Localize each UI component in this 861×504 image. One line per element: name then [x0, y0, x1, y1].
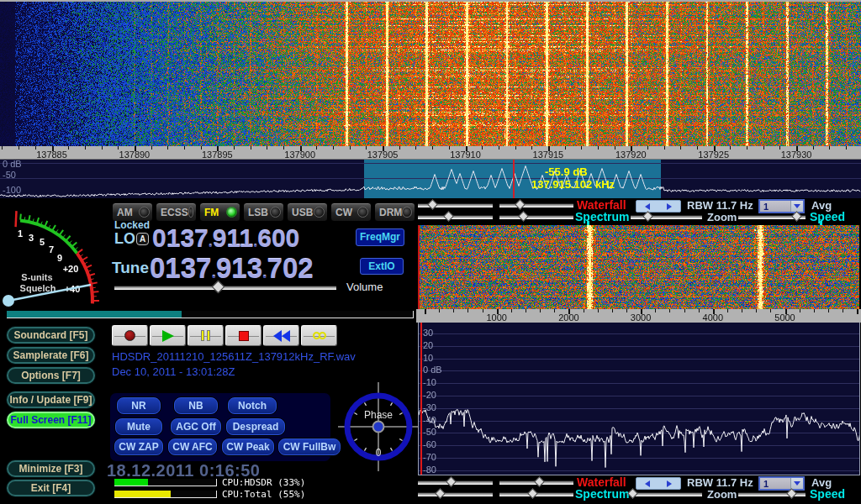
freq-scale-label: 137920: [615, 150, 647, 160]
playback-progress-bar[interactable]: [7, 311, 414, 318]
minimize-button[interactable]: Minimize [F3]: [7, 460, 95, 477]
volume-label: Volume: [346, 281, 383, 293]
dsp-button-cw-zap[interactable]: CW ZAP: [114, 438, 163, 455]
info-update-button[interactable]: Info / Update [F9]: [7, 391, 95, 408]
af-axis-label: 2000: [558, 312, 578, 323]
loop-icon: [313, 332, 326, 339]
dsp-button-nr[interactable]: NR: [117, 397, 161, 414]
samplerate-button[interactable]: Samplerate [F6]: [7, 347, 95, 364]
af-bottom-control-bar: WaterfallRBW 11.7 Hz1AvgSpectrumZoomSpee…: [416, 477, 861, 501]
smeter-tick-label: 7: [49, 244, 54, 255]
waterfall-brightness-slider[interactable]: [418, 477, 493, 488]
mode-led: [188, 207, 193, 218]
tune-frequency-display[interactable]: 0137.913.702: [150, 253, 314, 285]
freq-scale-label: 137885: [36, 150, 67, 160]
af-frequency-axis[interactable]: 10002000300040005000: [416, 309, 861, 323]
spectrum-contrast-slider[interactable]: [499, 489, 573, 500]
mode-button-lsb[interactable]: LSB: [243, 202, 284, 222]
exit-button[interactable]: Exit [F4]: [7, 480, 95, 496]
phase-label: Phase: [364, 409, 393, 421]
waterfall-scroll-control[interactable]: [636, 200, 681, 213]
dsp-button-notch[interactable]: Notch: [228, 397, 277, 414]
speed-slider[interactable]: [738, 212, 806, 223]
loop-button[interactable]: [301, 325, 337, 346]
stop-button[interactable]: [225, 325, 261, 346]
af-waterfall-display[interactable]: [418, 225, 859, 309]
options-button[interactable]: Options [F7]: [7, 367, 95, 384]
spectrum-contrast-slider[interactable]: [499, 212, 573, 223]
freqmgr-button[interactable]: FreqMgr: [356, 228, 404, 246]
af-db-label: 20: [423, 340, 433, 350]
avg-select-value: 1: [763, 479, 769, 489]
cpu-usage-bar: [114, 491, 217, 498]
cpu-usage-bar: [114, 479, 217, 486]
dsp-button-cw-afc[interactable]: CW AFC: [168, 438, 217, 455]
waterfall-brightness-slider[interactable]: [418, 200, 493, 211]
smeter-needle-hub: [3, 295, 14, 307]
rewind-button[interactable]: [263, 325, 299, 346]
volume-slider[interactable]: [114, 282, 336, 293]
scroll-left-icon[interactable]: [645, 203, 650, 210]
dsp-button-nb[interactable]: NB: [174, 397, 218, 414]
waterfall-scroll-control[interactable]: [636, 477, 681, 490]
mode-button-cw[interactable]: CW: [330, 202, 372, 222]
pause-button[interactable]: [188, 325, 224, 346]
avg-select-arrow[interactable]: [790, 201, 803, 212]
mode-button-fm[interactable]: FM: [199, 202, 240, 222]
rf-frequency-scale[interactable]: 1378851378901378951379001379051379101379…: [0, 146, 861, 160]
freq-scale-label: 137930: [781, 150, 812, 160]
mode-button-usb[interactable]: USB: [287, 202, 328, 222]
mode-button-drm[interactable]: DRM: [374, 202, 415, 222]
waterfall-contrast-slider[interactable]: [499, 200, 573, 211]
rf-db-label: -50: [3, 170, 16, 180]
af-db-label: -80: [423, 465, 436, 475]
dsp-button-mute[interactable]: Mute: [115, 418, 162, 435]
mode-button-ecss[interactable]: ECSS: [156, 202, 197, 222]
dsp-button-cw-fullbw[interactable]: CW FullBw: [278, 438, 341, 455]
dsp-panel: NRNBNotchMuteAGC OffDespreadCW ZAPCW AFC…: [110, 393, 330, 461]
dsp-button-despread[interactable]: Despread: [226, 418, 285, 435]
rf-spectrum-strip[interactable]: 0 dB-50-100 -55.9 dB 137.915.102 kHz: [0, 160, 861, 198]
full-screen-button[interactable]: Full Screen [F11]: [7, 412, 95, 428]
wav-filename: HDSDR_20111210_125611Z_137912kHz_RF.wav: [112, 350, 356, 363]
phase-dial[interactable]: Phase 0: [338, 380, 419, 474]
spectrum-brightness-slider[interactable]: [418, 212, 493, 223]
af-db-label: 30: [423, 328, 433, 338]
mode-led: [402, 207, 412, 218]
phase-value: 0: [376, 447, 382, 459]
tune-cursor-line: [513, 160, 515, 198]
lo-auto-badge[interactable]: A: [136, 233, 149, 245]
mode-led: [314, 207, 325, 218]
extio-button[interactable]: ExtIO: [360, 258, 404, 275]
record-button[interactable]: [112, 325, 148, 346]
cpu-usage-text: CPU:HDSDR (33%): [222, 477, 305, 488]
smeter-tick-label: 9: [57, 253, 62, 263]
locked-label: Locked: [114, 219, 150, 231]
mode-led: [357, 207, 368, 218]
phase-hub: [373, 422, 384, 433]
avg-select-arrow[interactable]: [790, 478, 803, 489]
af-db-label: -20: [423, 390, 436, 400]
af-spectrum-display[interactable]: 3020100 dB-10-20-30-40-50-60-70-80: [418, 323, 860, 475]
freq-scale-label: 137890: [119, 150, 151, 160]
cursor-db-readout: -55.9 dB: [545, 165, 588, 178]
play-button[interactable]: [150, 325, 186, 346]
spectrum-brightness-slider[interactable]: [418, 489, 493, 500]
lo-frequency-display[interactable]: 0137.911.600: [152, 224, 299, 253]
rf-db-label: 0 dB: [3, 160, 22, 169]
scroll-right-icon[interactable]: [667, 480, 672, 487]
scroll-left-icon[interactable]: [645, 480, 650, 487]
speed-slider[interactable]: [738, 489, 806, 500]
af-db-label: -10: [423, 377, 436, 387]
soundcard-button[interactable]: Soundcard [F5]: [7, 327, 95, 344]
dsp-button-agc-off[interactable]: AGC Off: [171, 418, 221, 435]
waterfall-contrast-slider[interactable]: [499, 477, 573, 488]
freq-scale-label: 137900: [284, 150, 315, 160]
zoom-slider[interactable]: [631, 489, 702, 500]
squelch-marker[interactable]: [16, 211, 17, 227]
dsp-button-cw-peak[interactable]: CW Peak: [222, 438, 274, 455]
smeter-tick-label: 5: [40, 237, 45, 247]
rf-waterfall-display[interactable]: [0, 2, 861, 146]
scroll-right-icon[interactable]: [667, 203, 672, 210]
zoom-slider[interactable]: [631, 212, 702, 223]
